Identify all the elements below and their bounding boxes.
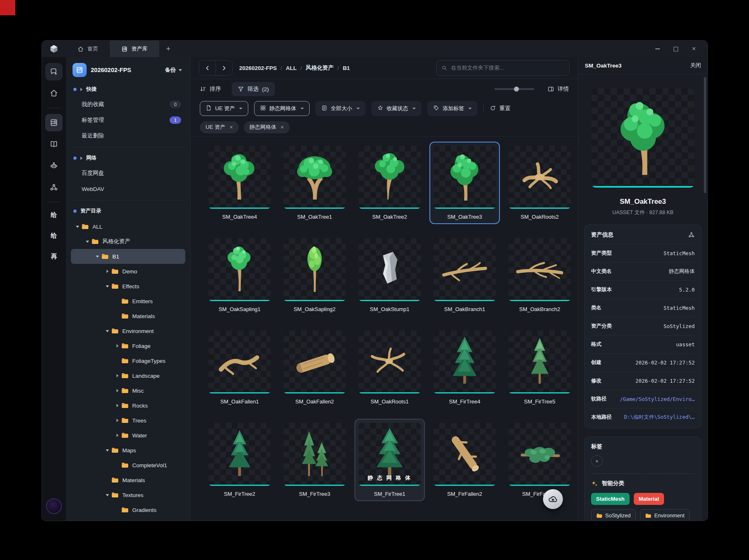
reset-filters-button[interactable]: 重置 — [490, 105, 511, 113]
asset-card-SM_FirFallen2[interactable]: SM_FirFallen2 — [429, 419, 500, 501]
rail-shortcut-3[interactable]: 再 — [45, 249, 63, 263]
tree-item-Materials[interactable]: Materials — [71, 309, 185, 323]
asset-card-SM_OakTree2[interactable]: SM_OakTree2 — [354, 142, 425, 224]
tree-caret-icon[interactable] — [114, 389, 121, 392]
tree-caret-icon[interactable] — [114, 374, 121, 377]
tab-home[interactable]: 首页 — [66, 41, 110, 57]
asset-card-SM_OakTree3[interactable]: SM_OakTree3 — [429, 142, 500, 224]
rail-home-button[interactable] — [45, 84, 63, 102]
rail-docs-button[interactable] — [45, 135, 63, 153]
asset-card-SM_OakSapling1[interactable]: SM_OakSapling1 — [204, 234, 275, 316]
tree-caret-icon[interactable] — [84, 241, 91, 243]
chip-close-icon[interactable]: × — [281, 124, 284, 130]
rail-network-button[interactable] — [45, 179, 63, 196]
filter-dropdown-grid[interactable]: 静态网格体 — [254, 101, 310, 116]
asset-preview[interactable] — [591, 88, 694, 188]
asset-card-SM_OakTree1[interactable]: SM_OakTree1 — [279, 142, 350, 224]
rail-shortcut-2[interactable]: 给 — [45, 229, 63, 243]
smart-chip-Material[interactable]: Material — [634, 493, 664, 505]
asset-card-SM_OakSapling2[interactable]: SM_OakSapling2 — [279, 234, 350, 316]
chip-close-icon[interactable]: × — [230, 124, 233, 130]
tree-item-Demo[interactable]: Demo — [71, 264, 185, 279]
filter-button[interactable]: 筛选 (2) — [232, 82, 275, 96]
backup-dropdown[interactable]: 备份 — [165, 66, 184, 74]
project-header[interactable]: 20260202-FPS 备份 — [71, 61, 185, 82]
tree-item-Emitters[interactable]: Emitters — [71, 294, 185, 309]
tree-item-Landscape[interactable]: Landscape — [71, 368, 185, 383]
breadcrumb-project[interactable]: 20260202-FPS — [239, 65, 277, 71]
sidebar-item-webdav[interactable]: WebDAV — [71, 181, 185, 197]
upload-fab-button[interactable] — [543, 489, 563, 509]
tree-caret-icon[interactable] — [104, 330, 111, 332]
asset-card-SM_OakBranch1[interactable]: SM_OakBranch1 — [429, 234, 500, 316]
sidebar-item-recently-deleted[interactable]: 最近删除 — [71, 128, 185, 144]
tree-item-风格化资产[interactable]: 风格化资产 — [71, 234, 185, 249]
asset-card-SM_OakStump1[interactable]: SM_OakStump1 — [354, 234, 425, 316]
close-button[interactable]: × — [688, 43, 700, 55]
filter-dropdown-tag[interactable]: 添加标签 — [427, 101, 478, 116]
filter-dropdown-file[interactable]: UE 资产 — [200, 101, 248, 116]
breadcrumb-all[interactable]: ALL — [286, 65, 297, 71]
tab-asset-library[interactable]: 资产库 — [110, 41, 159, 57]
tree-item-Maps[interactable]: Maps — [71, 443, 185, 458]
tree-caret-icon[interactable] — [104, 494, 111, 496]
section-quick[interactable]: 快捷 — [71, 82, 185, 97]
tree-caret-icon[interactable] — [114, 344, 121, 348]
tree-caret-icon[interactable] — [114, 419, 121, 422]
asset-card-SM_OakRoots1[interactable]: SM_OakRoots1 — [354, 326, 425, 409]
detail-scrollbar[interactable] — [704, 77, 706, 193]
asset-card-SM_FirTree2[interactable]: SM_FirTree2 — [204, 419, 275, 501]
thumbnail-size-slider[interactable] — [494, 88, 534, 90]
user-avatar[interactable] — [46, 498, 62, 514]
section-network[interactable]: 网络 — [71, 151, 185, 165]
asset-card-SM_OakBranch2[interactable]: SM_OakBranch2 — [504, 234, 575, 316]
tree-item-Environment[interactable]: Environment — [71, 323, 185, 338]
tree-caret-icon[interactable] — [104, 285, 111, 287]
tree-item-ALL[interactable]: ALL — [71, 219, 185, 234]
back-button[interactable] — [199, 60, 216, 75]
filter-dropdown-doc[interactable]: 全部大小 — [315, 101, 366, 116]
asset-card-SM_FirFallen3[interactable]: SM_FirFallen3 — [504, 419, 575, 501]
tree-item-B1[interactable]: B1 — [71, 249, 185, 264]
search-input[interactable]: 在当前文件夹下搜索... — [436, 60, 570, 76]
add-tag-button[interactable]: + — [591, 455, 603, 467]
minimize-button[interactable] — [651, 43, 664, 55]
tree-item-Water[interactable]: Water — [71, 428, 185, 443]
feedback-chat-button[interactable] — [45, 63, 63, 80]
forward-button[interactable] — [216, 60, 232, 75]
smart-chip-Environment[interactable]: Environment — [640, 509, 690, 521]
new-tab-button[interactable]: + — [159, 41, 177, 57]
asset-card-SM_FirTree5[interactable]: SM_FirTree5 — [504, 326, 575, 409]
tree-item-FoliageTypes[interactable]: FoliageTypes — [71, 353, 185, 368]
asset-card-SM_FirTree3[interactable]: SM_FirTree3 — [279, 419, 350, 501]
detail-close-button[interactable]: 关闭 — [690, 62, 701, 69]
tree-item-Rocks[interactable]: Rocks — [71, 398, 185, 413]
rail-assistant-button[interactable] — [45, 157, 63, 174]
tree-caret-icon[interactable] — [94, 256, 101, 258]
tree-item-Materials[interactable]: Materials — [71, 473, 185, 488]
filter-dropdown-star[interactable]: 收藏状态 — [371, 101, 422, 116]
tree-item-Foliage[interactable]: Foliage — [71, 338, 185, 353]
asset-card-SM_OakFallen2[interactable]: SM_OakFallen2 — [279, 326, 350, 409]
tree-item-Trees[interactable]: Trees — [71, 413, 185, 428]
slider-knob[interactable] — [514, 87, 519, 92]
tree-caret-icon[interactable] — [104, 270, 111, 273]
smart-chip-StaticMesh[interactable]: StaticMesh — [591, 493, 630, 505]
sidebar-item-baidu-netdisk[interactable]: 百度网盘 — [71, 165, 185, 181]
asset-card-SM_OakTree4[interactable]: SM_OakTree4 — [204, 142, 275, 224]
tree-item-CompleteVol1[interactable]: CompleteVol1 — [71, 458, 185, 473]
tree-item-Effects[interactable]: Effects — [71, 279, 185, 294]
maximize-button[interactable] — [669, 43, 682, 55]
rail-shortcut-1[interactable]: 给 — [45, 208, 63, 222]
details-toggle-button[interactable]: 详情 — [548, 85, 569, 93]
breadcrumb-current[interactable]: B1 — [343, 65, 350, 71]
sidebar-item-favorites[interactable]: 我的收藏 0 — [71, 97, 185, 112]
asset-card-SM_OakRoots2[interactable]: SM_OakRoots2 — [504, 142, 575, 224]
tree-caret-icon[interactable] — [104, 449, 111, 451]
asset-card-SM_FirTree1[interactable]: 静 态 网 格 体SM_FirTree1 — [354, 419, 425, 501]
tree-item-Misc[interactable]: Misc — [71, 383, 185, 398]
sidebar-item-tag-management[interactable]: 标签管理 1 — [71, 112, 185, 128]
smart-chip-SoStylized[interactable]: SoStylized — [591, 509, 636, 521]
share-nodes-icon[interactable] — [688, 232, 695, 238]
breadcrumb-category[interactable]: 风格化资产 — [306, 64, 334, 72]
